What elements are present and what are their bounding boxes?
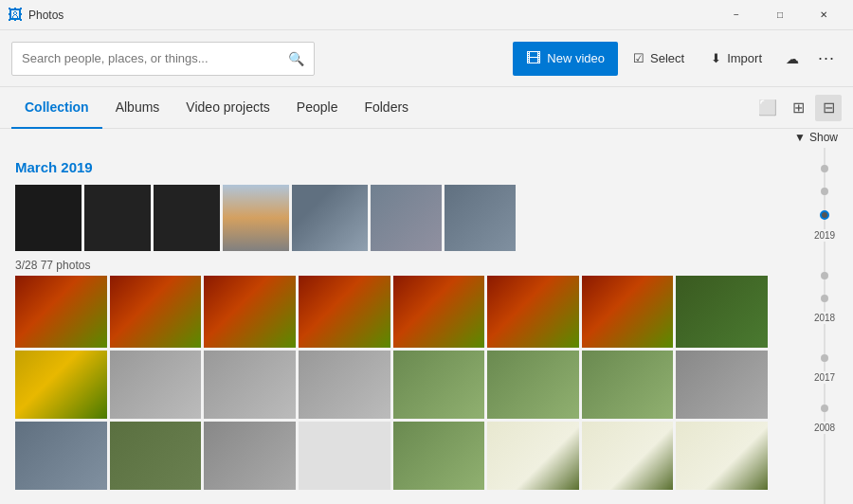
photo-thumb[interactable] <box>154 185 220 251</box>
view-dense-button[interactable]: ⊟ <box>815 95 842 121</box>
photo-thumb[interactable] <box>204 422 296 490</box>
photo-thumb[interactable] <box>676 351 768 419</box>
search-box[interactable]: 🔍 <box>11 42 315 76</box>
tab-collection[interactable]: Collection <box>11 87 102 129</box>
photo-thumb[interactable] <box>487 276 579 348</box>
search-icon: 🔍 <box>288 51 304 66</box>
photo-thumb[interactable] <box>676 276 768 348</box>
timeline-dot <box>821 188 828 195</box>
more-button[interactable]: ··· <box>811 44 842 74</box>
photo-thumb[interactable] <box>582 276 674 348</box>
photo-thumb[interactable] <box>15 185 82 251</box>
header-actions: 🎞 New video ☑ Select ⬇ Import ☁ ··· <box>513 42 842 76</box>
select-button[interactable]: ☑ Select <box>622 42 696 76</box>
photo-row-flowers1 <box>15 276 768 348</box>
photo-thumb[interactable] <box>393 351 485 419</box>
photo-thumb[interactable] <box>582 351 674 419</box>
video-icon: 🎞 <box>526 50 541 67</box>
timeline-year-2008[interactable]: 2008 <box>812 422 837 434</box>
photo-thumb[interactable] <box>110 276 202 348</box>
photo-thumb[interactable] <box>445 185 516 251</box>
timeline-dot <box>821 272 828 279</box>
title-bar: 🖼 Photos − □ ✕ <box>0 0 853 30</box>
view-controls: ⬜ ⊞ ⊟ <box>754 95 842 121</box>
tab-video-projects[interactable]: Video projects <box>172 87 282 129</box>
window-controls: − □ ✕ <box>715 0 845 30</box>
photo-thumb[interactable] <box>15 351 107 419</box>
timeline-sidebar: 2019 2018 2017 2008 <box>796 148 853 504</box>
photo-thumb[interactable] <box>393 422 485 490</box>
tab-albums[interactable]: Albums <box>102 87 173 129</box>
chevron-down-icon: ▼ <box>794 131 806 144</box>
photo-thumb[interactable] <box>299 276 390 348</box>
timeline-year-2017[interactable]: 2017 <box>812 371 837 384</box>
app-icon: 🖼 <box>8 7 23 24</box>
view-grid-button[interactable]: ⊞ <box>785 95 811 121</box>
tab-people[interactable]: People <box>283 87 352 129</box>
photo-thumb[interactable] <box>110 422 202 490</box>
show-button[interactable]: ▼ Show <box>794 131 838 144</box>
main-content: March 2019 3/28 77 photos <box>0 148 853 504</box>
app-title: Photos <box>28 9 64 22</box>
timeline-dots: 2019 2018 2017 2008 <box>796 155 853 504</box>
photo-thumb[interactable] <box>676 422 768 490</box>
app-title-group: 🖼 Photos <box>8 7 64 24</box>
nav-tabs: Collection Albums Video projects People … <box>0 87 853 129</box>
onedrive-button[interactable]: ☁ <box>777 44 808 74</box>
section-date-march2019: March 2019 <box>15 159 768 175</box>
photo-thumb[interactable] <box>487 422 579 490</box>
photo-thumb[interactable] <box>393 276 485 348</box>
photo-row-1 <box>15 185 768 251</box>
photo-thumb[interactable] <box>223 185 289 251</box>
photo-thumb[interactable] <box>15 422 107 490</box>
show-row: ▼ Show <box>0 129 853 148</box>
minimize-button[interactable]: − <box>715 0 758 30</box>
timeline-dot <box>821 354 828 362</box>
photo-area: March 2019 3/28 77 photos <box>0 148 796 504</box>
photo-thumb[interactable] <box>110 351 202 419</box>
tab-folders[interactable]: Folders <box>351 87 422 129</box>
photo-thumb[interactable] <box>582 422 674 490</box>
photo-thumb[interactable] <box>487 351 579 419</box>
photo-row-mixed1 <box>15 351 768 419</box>
timeline-year-2018[interactable]: 2018 <box>812 312 837 324</box>
timeline-dot <box>821 165 828 172</box>
photo-thumb[interactable] <box>204 276 296 348</box>
timeline-dot <box>821 295 828 302</box>
search-input[interactable] <box>22 51 281 65</box>
day-label: 3/28 77 photos <box>15 259 768 272</box>
new-video-button[interactable]: 🎞 New video <box>513 42 618 76</box>
photo-thumb[interactable] <box>292 185 368 251</box>
photo-thumb[interactable] <box>204 351 296 419</box>
timeline-dot <box>821 405 828 412</box>
photo-thumb[interactable] <box>299 422 390 490</box>
import-button[interactable]: ⬇ Import <box>699 42 773 76</box>
close-button[interactable]: ✕ <box>802 0 845 30</box>
maximize-button[interactable]: □ <box>758 0 802 30</box>
photo-thumb[interactable] <box>371 185 442 251</box>
photo-thumb[interactable] <box>15 276 107 348</box>
photo-thumb[interactable] <box>299 351 390 419</box>
photo-thumb[interactable] <box>84 185 151 251</box>
select-icon: ☑ <box>633 51 644 65</box>
timeline-dot-active[interactable] <box>820 210 829 220</box>
import-icon: ⬇ <box>711 51 721 65</box>
timeline-year-2019[interactable]: 2019 <box>812 229 837 242</box>
header-bar: 🔍 🎞 New video ☑ Select ⬇ Import ☁ ··· <box>0 30 853 87</box>
view-single-button[interactable]: ⬜ <box>754 95 781 121</box>
photo-row-mixed2 <box>15 422 768 490</box>
